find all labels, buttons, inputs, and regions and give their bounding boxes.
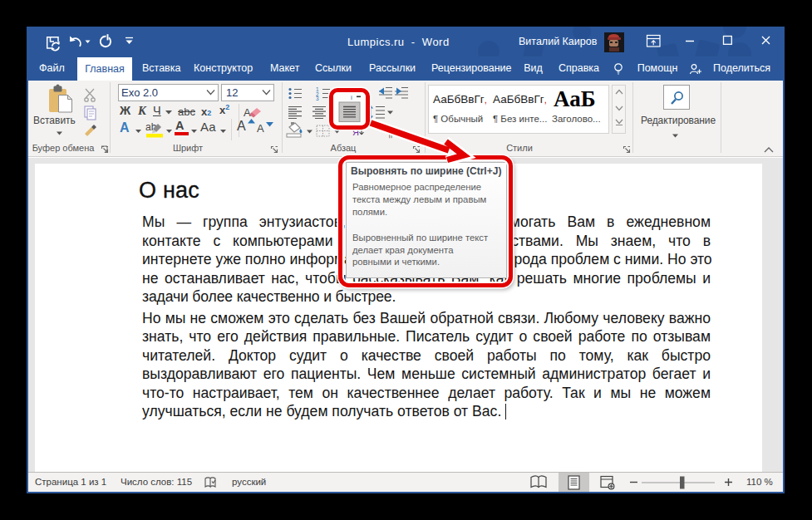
svg-text:¶: ¶ <box>386 125 393 139</box>
svg-text:3: 3 <box>316 96 319 101</box>
svg-text:А: А <box>244 106 251 119</box>
